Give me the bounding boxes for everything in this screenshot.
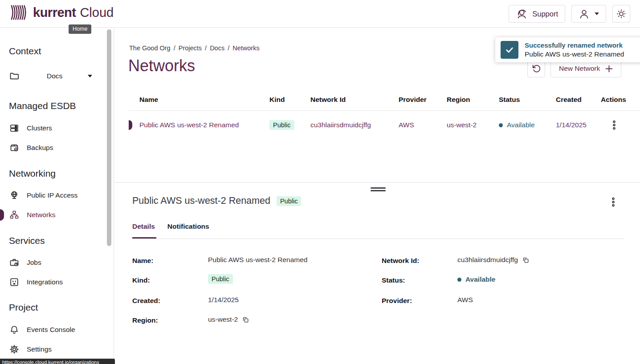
breadcrumb-current: Networks [232, 44, 259, 52]
sidebar-item-label: Jobs [27, 259, 41, 267]
breadcrumb-project-docs[interactable]: Docs [210, 44, 224, 52]
success-icon-box [501, 41, 518, 59]
sidebar-item-label: Backups [27, 144, 53, 152]
sidebar-item-label: Settings [27, 345, 52, 353]
brand-logo[interactable]: kurrent Cloud [10, 4, 114, 21]
user-icon [579, 8, 590, 20]
detail-header: Public AWS us-west-2 Renamed Public [132, 195, 301, 206]
field-label-status: Status: [382, 276, 405, 284]
sidebar-scrollbar[interactable] [107, 29, 111, 246]
breadcrumb-separator: / [174, 44, 175, 52]
field-value-provider: AWS [457, 296, 473, 304]
kind-badge: Public [269, 120, 294, 130]
outlet-icon [9, 277, 20, 287]
field-value-created: 1/14/2025 [208, 296, 239, 304]
field-value-name: Public AWS us-west-2 Renamed [208, 256, 307, 264]
networks-table-header: Name Kind Network Id Provider Region Sta… [139, 96, 628, 104]
field-label-region: Region: [132, 316, 158, 324]
row-actions-menu-button[interactable] [611, 119, 618, 131]
detail-actions-menu-button[interactable] [610, 196, 617, 208]
sidebar-heading-managed-esdb: Managed ESDB [9, 101, 76, 111]
support-button[interactable]: Support [509, 5, 565, 23]
breadcrumb-org[interactable]: The Good Org [129, 44, 171, 52]
app-window: kurrent Cloud Support [0, 0, 640, 364]
sidebar-context-selector[interactable]: Docs [0, 70, 107, 82]
chevron-down-icon [88, 75, 92, 77]
column-header-actions: Actions [601, 96, 628, 104]
panel-drag-handle[interactable] [371, 187, 386, 193]
column-header-name: Name [139, 96, 269, 104]
column-header-created: Created [556, 96, 601, 104]
sidebar-heading-context: Context [9, 46, 41, 57]
field-value-status-wrap: Available [457, 275, 496, 283]
column-header-provider: Provider [399, 96, 447, 104]
kebab-icon [612, 120, 616, 130]
sidebar-item-jobs[interactable]: Jobs [0, 256, 107, 269]
tab-details[interactable]: Details [132, 222, 155, 231]
sun-icon [616, 8, 627, 19]
page-title: Networks [128, 57, 195, 75]
network-name-link[interactable]: Public AWS us-west-2 Renamed [139, 121, 239, 129]
gear-icon [9, 344, 20, 355]
copy-icon [522, 257, 529, 263]
globe-icon [9, 190, 20, 201]
sidebar-item-label: Clusters [27, 124, 52, 132]
clusters-icon [9, 123, 20, 133]
folder-icon [9, 71, 20, 81]
check-icon [505, 45, 514, 55]
user-menu-button[interactable] [571, 5, 606, 23]
refresh-button[interactable] [527, 60, 545, 77]
table-header-divider [129, 110, 640, 111]
sidebar-item-events-console[interactable]: Events Console [0, 324, 107, 336]
field-value-region: us-west-2 [208, 315, 238, 324]
new-network-label: New Network [559, 65, 600, 73]
toast-notification[interactable]: Successfully renamed network Public AWS … [495, 37, 640, 62]
detail-tabs: Details Notifications [132, 222, 209, 231]
tabs-divider [132, 239, 624, 239]
brand-suffix: Cloud [80, 5, 114, 20]
sidebar-heading-services: Services [9, 235, 45, 246]
sidebar-item-label: Integrations [27, 278, 63, 286]
header-actions: Support [509, 5, 630, 23]
sidebar: Context Docs Managed ESDB Clusters [0, 28, 114, 364]
sidebar-item-integrations[interactable]: Integrations [0, 276, 107, 288]
field-label-provider: Provider: [382, 297, 412, 305]
sidebar-item-clusters[interactable]: Clusters [0, 122, 107, 134]
brand-name: kurrent [33, 5, 76, 20]
kurrent-logo-icon [10, 4, 29, 21]
detail-title: Public AWS us-west-2 Renamed [132, 195, 270, 206]
breadcrumb-separator: / [205, 44, 207, 52]
column-header-network-id: Network Id [310, 96, 399, 104]
sitemap-icon [9, 210, 20, 220]
backups-icon [9, 142, 20, 153]
panel-divider [114, 182, 640, 183]
sidebar-item-settings[interactable]: Settings [0, 343, 107, 356]
theme-toggle-button[interactable] [612, 5, 630, 23]
toast-title: Successfully renamed network [525, 41, 623, 49]
created-cell: 1/14/2025 [556, 121, 601, 129]
sidebar-item-networks[interactable]: Networks [0, 209, 107, 221]
breadcrumb-projects[interactable]: Projects [179, 44, 202, 52]
detail-kind-badge: Public [277, 196, 302, 206]
table-row[interactable]: Public AWS us-west-2 Renamed Public cu3h… [139, 116, 628, 134]
column-header-kind: Kind [269, 96, 310, 104]
bell-icon [9, 324, 20, 335]
copy-network-id-button[interactable] [522, 257, 529, 263]
sidebar-heading-project: Project [9, 302, 38, 313]
breadcrumb: The Good Org / Projects / Docs / Network… [129, 44, 260, 52]
sidebar-item-label: Networks [27, 211, 56, 219]
field-value-kind-badge: Public [208, 274, 233, 284]
field-label-name: Name: [132, 257, 153, 265]
kebab-icon [611, 197, 615, 207]
selected-row-indicator [129, 120, 132, 130]
sidebar-item-public-ip-access[interactable]: Public IP Access [0, 189, 107, 202]
tab-notifications[interactable]: Notifications [167, 222, 209, 231]
status-dot-icon [457, 278, 461, 282]
copy-icon [242, 316, 249, 323]
sidebar-item-backups[interactable]: Backups [0, 142, 107, 154]
column-header-status: Status [499, 96, 556, 104]
copy-region-button[interactable] [242, 316, 249, 323]
support-label: Support [532, 10, 558, 18]
new-network-button[interactable]: New Network [550, 60, 621, 77]
context-selector-value: Docs [47, 72, 62, 80]
